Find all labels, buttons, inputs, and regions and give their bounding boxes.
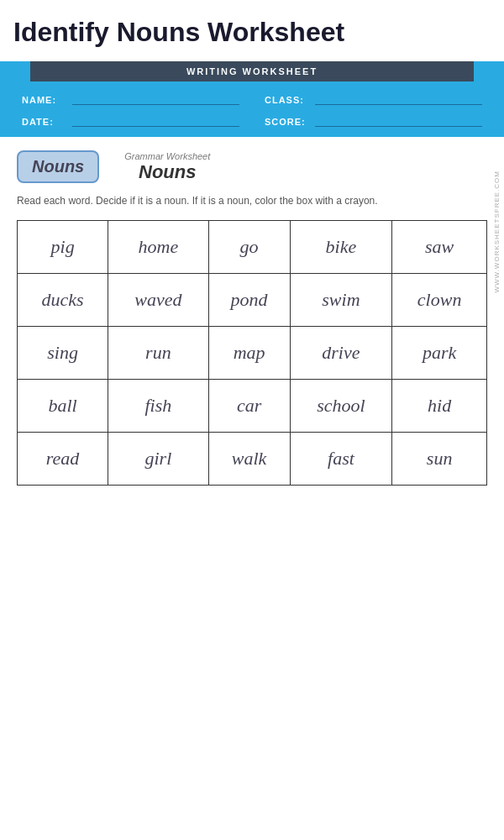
worksheet-label: WRITING WORKSHEET xyxy=(30,61,474,81)
grid-cell: go xyxy=(208,221,290,274)
grid-cell: clown xyxy=(392,274,487,327)
grid-cell: girl xyxy=(108,433,208,486)
watermark: WWW.WORKSHEETSFREE.COM xyxy=(493,171,501,293)
grammar-title-section: Grammar Worksheet Nouns xyxy=(124,151,210,183)
worksheet-body: WWW.WORKSHEETSFREE.COM Nouns Grammar Wor… xyxy=(0,137,504,499)
table-row: singrunmapdrivepark xyxy=(18,327,487,380)
grid-cell: ducks xyxy=(18,274,108,327)
page-title: Identify Nouns Worksheet xyxy=(0,0,504,61)
grid-cell: hid xyxy=(392,380,487,433)
name-label: NAME: xyxy=(22,95,64,105)
grid-cell: run xyxy=(108,327,208,380)
name-line xyxy=(72,92,239,105)
grid-cell: swim xyxy=(290,274,392,327)
grid-cell: map xyxy=(208,327,290,380)
header-band: WRITING WORKSHEET NAME: CLASS: DATE: SCO… xyxy=(0,61,504,137)
form-fields: NAME: CLASS: DATE: SCORE: xyxy=(13,81,491,127)
class-label: CLASS: xyxy=(265,95,307,105)
grammar-header: Nouns Grammar Worksheet Nouns xyxy=(17,150,487,183)
form-row-1: NAME: CLASS: xyxy=(22,92,482,105)
grid-cell: read xyxy=(18,433,108,486)
grid-cell: pig xyxy=(18,221,108,274)
grid-cell: car xyxy=(208,380,290,433)
word-grid: pighomegobikesawduckswavedpondswimclowns… xyxy=(17,220,487,486)
grid-cell: waved xyxy=(108,274,208,327)
grammar-subtitle: Grammar Worksheet xyxy=(124,151,210,161)
grid-cell: sing xyxy=(18,327,108,380)
score-label: SCORE: xyxy=(265,117,307,127)
grid-cell: home xyxy=(108,221,208,274)
table-row: duckswavedpondswimclown xyxy=(18,274,487,327)
table-row: pighomegobikesaw xyxy=(18,221,487,274)
grid-cell: park xyxy=(392,327,487,380)
date-label: DATE: xyxy=(22,117,64,127)
grid-cell: ball xyxy=(18,380,108,433)
grid-cell: sun xyxy=(392,433,487,486)
table-row: readgirlwalkfastsun xyxy=(18,433,487,486)
score-line xyxy=(315,113,482,127)
grid-cell: fast xyxy=(290,433,392,486)
form-row-2: DATE: SCORE: xyxy=(22,113,482,127)
grid-cell: walk xyxy=(208,433,290,486)
grid-cell: pond xyxy=(208,274,290,327)
grammar-title-text: Nouns xyxy=(124,161,210,183)
grid-cell: fish xyxy=(108,380,208,433)
table-row: ballfishcarschoolhid xyxy=(18,380,487,433)
grid-cell: school xyxy=(290,380,392,433)
nouns-badge: Nouns xyxy=(17,150,99,183)
instructions: Read each word. Decide if it is a noun. … xyxy=(17,193,487,208)
class-line xyxy=(315,92,482,105)
date-line xyxy=(72,113,239,127)
grid-cell: drive xyxy=(290,327,392,380)
grid-cell: bike xyxy=(290,221,392,274)
grid-cell: saw xyxy=(392,221,487,274)
